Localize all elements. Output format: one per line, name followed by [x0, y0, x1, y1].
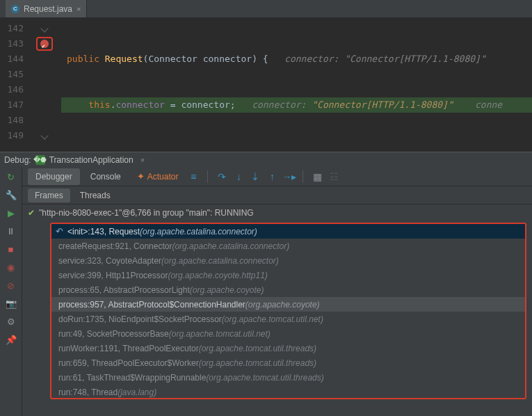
frame-text: service:399, Http11Processor: [58, 271, 168, 280]
view-breakpoints-icon[interactable]: ◉: [6, 262, 17, 273]
stop-icon[interactable]: ■: [6, 243, 17, 255]
run-to-cursor-icon[interactable]: →▸: [282, 171, 296, 182]
frame-text: run:659, ThreadPoolExecutor$Worker: [58, 358, 199, 368]
frame-package: (org.apache.catalina.connector): [172, 241, 289, 251]
tab-console[interactable]: Console: [83, 168, 129, 185]
more-icon[interactable]: ☷: [327, 171, 341, 182]
separator: [303, 170, 303, 183]
frame-package: (org.apache.catalina.connector): [140, 227, 257, 237]
frames-list[interactable]: ↶<init>:143, Request (org.apache.catalin…: [50, 223, 526, 399]
debug-panel: ↻ 🔧 ▶ ⏸ ■ ◉ ⊘ 📷 ⚙ 📌 Debugger Console ✦Ac…: [0, 167, 532, 416]
rerun-icon[interactable]: ↻: [6, 171, 17, 182]
pin-icon[interactable]: 📌: [6, 334, 17, 345]
evaluate-icon[interactable]: ▦: [310, 171, 324, 182]
frame-package: (org.apache.tomcat.util.threads): [199, 358, 316, 368]
debug-side-toolbar: ↻ 🔧 ▶ ⏸ ■ ◉ ⊘ 📷 ⚙ 📌: [0, 167, 22, 416]
fold-icon[interactable]: [40, 131, 48, 139]
stack-frame-row[interactable]: run:659, ThreadPoolExecutor$Worker (org.…: [51, 355, 525, 370]
editor-tab-bar: C Request.java ×: [0, 0, 532, 18]
frame-package: (org.apache.catalina.connector): [161, 256, 279, 266]
drop-frame-icon[interactable]: ↶: [56, 226, 63, 237]
code-content[interactable]: public Request(Connector connector) { co…: [61, 18, 532, 152]
frame-text: <init>:143, Request: [67, 227, 140, 237]
resume-icon[interactable]: ▶: [6, 207, 17, 218]
frame-package: (org.apache.tomcat.util.net): [222, 314, 323, 324]
camera-icon[interactable]: 📷: [6, 298, 17, 309]
thread-list-icon[interactable]: ≡: [186, 171, 200, 182]
frame-package: (org.apache.coyote): [245, 300, 320, 310]
stack-frame-row[interactable]: run:49, SocketProcessorBase (org.apache.…: [51, 326, 525, 341]
frame-text: runWorker:1191, ThreadPoolExecutor: [58, 344, 199, 353]
step-out-icon[interactable]: ↑: [265, 171, 279, 182]
thread-status-text: "http-nio-8080-exec-1"@6,766 in group "m…: [39, 208, 254, 218]
tab-actuator[interactable]: ✦Actuator: [131, 171, 184, 182]
debug-label: Debug:: [4, 155, 31, 165]
force-step-into-icon[interactable]: ⇣: [248, 171, 262, 182]
step-over-icon[interactable]: ↷: [215, 171, 229, 182]
stack-frame-row[interactable]: runWorker:1191, ThreadPoolExecutor (org.…: [51, 341, 525, 355]
tab-filename: Request.java: [24, 4, 72, 14]
debug-panel-header: Debug: �⬣ TranscationApplication ×: [0, 152, 532, 167]
mute-breakpoints-icon[interactable]: ⊘: [6, 280, 17, 291]
debug-main: Debugger Console ✦Actuator ≡ ↷ ↓ ⇣ ↑ →▸ …: [22, 167, 532, 416]
class-icon: C: [11, 5, 19, 13]
code-editor[interactable]: 142 143 144 145 146 147 148 149 public R…: [0, 18, 532, 152]
pause-icon[interactable]: ⏸: [6, 225, 17, 237]
line-number-gutter: 142 143 144 145 146 147 148 149: [0, 18, 28, 152]
tab-debugger[interactable]: Debugger: [28, 168, 80, 185]
frame-text: service:323, CoyoteAdapter: [58, 256, 161, 266]
check-icon: ✔: [28, 208, 35, 218]
run-config-icon: �⬣: [35, 155, 45, 165]
frame-text: run:748, Thread: [58, 387, 118, 397]
wrench-icon[interactable]: 🔧: [6, 189, 17, 200]
frame-text: createRequest:921, Connector: [58, 241, 172, 251]
frame-text: doRun:1735, NioEndpoint$SocketProcessor: [58, 314, 222, 324]
settings-icon[interactable]: ⚙: [6, 316, 17, 327]
close-icon[interactable]: ×: [140, 156, 145, 164]
stack-frame-row[interactable]: createRequest:921, Connector (org.apache…: [51, 239, 525, 253]
gutter-icon-strip: [28, 18, 61, 152]
fold-icon[interactable]: [40, 24, 48, 32]
editor-tab-request[interactable]: C Request.java ×: [6, 0, 87, 17]
stack-frame-row[interactable]: run:61, TaskThread$WrappingRunnable (org…: [51, 370, 525, 385]
frame-package: (org.apache.tomcat.util.threads): [199, 344, 316, 353]
frame-text: process:65, AbstractProcessorLight: [58, 285, 190, 295]
debug-toolbar: Debugger Console ✦Actuator ≡ ↷ ↓ ⇣ ↑ →▸ …: [22, 167, 532, 186]
breakpoint-highlight: [36, 37, 53, 51]
frame-text: run:61, TaskThread$WrappingRunnable: [58, 373, 206, 383]
actuator-icon: ✦: [137, 171, 145, 182]
subtab-frames[interactable]: Frames: [28, 189, 70, 202]
subtab-threads[interactable]: Threads: [73, 189, 118, 202]
separator: [207, 170, 208, 183]
debug-subtabs: Frames Threads: [22, 186, 532, 205]
stack-frame-row[interactable]: doRun:1735, NioEndpoint$SocketProcessor …: [51, 312, 525, 326]
frame-package: (org.apache.coyote.http11): [168, 271, 267, 280]
breakpoint-verified-icon[interactable]: [40, 40, 49, 48]
stack-frame-row[interactable]: ↶<init>:143, Request (org.apache.catalin…: [51, 224, 525, 239]
frame-package: (org.apache.tomcat.util.net): [169, 329, 271, 339]
frame-text: run:49, SocketProcessorBase: [58, 329, 169, 339]
close-icon[interactable]: ×: [76, 5, 81, 13]
frame-package: (java.lang): [118, 387, 156, 397]
thread-status-row[interactable]: ✔ "http-nio-8080-exec-1"@6,766 in group …: [22, 205, 532, 221]
frame-text: process:957, AbstractProtocol$Connection…: [58, 300, 245, 310]
stack-frame-row[interactable]: process:957, AbstractProtocol$Connection…: [51, 297, 525, 312]
frame-package: (org.apache.tomcat.util.threads): [206, 373, 323, 383]
step-into-icon[interactable]: ↓: [232, 171, 245, 182]
frame-package: (org.apache.coyote): [190, 285, 264, 295]
stack-frame-row[interactable]: service:323, CoyoteAdapter (org.apache.c…: [51, 253, 525, 268]
stack-frame-row[interactable]: run:748, Thread (java.lang): [51, 385, 525, 399]
run-config-name[interactable]: TranscationApplication: [49, 155, 134, 165]
stack-frame-row[interactable]: service:399, Http11Processor (org.apache…: [51, 268, 525, 282]
stack-frame-row[interactable]: process:65, AbstractProcessorLight (org.…: [51, 282, 525, 297]
